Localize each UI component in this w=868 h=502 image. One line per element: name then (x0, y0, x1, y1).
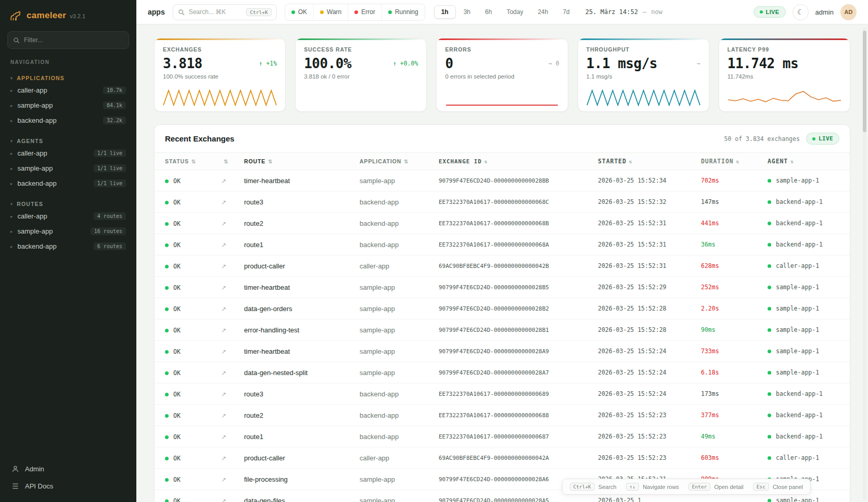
column-header-route[interactable]: ROUTE⇅ (239, 153, 354, 170)
section-header-agents[interactable]: ▾AGENTS (6, 136, 130, 146)
table-row[interactable]: OK↗timer-heartbeatsample-app90799F47E6CD… (155, 170, 850, 191)
sidebar-item-caller-app[interactable]: ▸caller-app10.7k (6, 83, 130, 98)
open-exchange-icon[interactable]: ↗ (221, 455, 226, 462)
table-row[interactable]: OK↗route1backend-appEE7322370A10617-0000… (155, 426, 850, 447)
section-header-routes[interactable]: ▾ROUTES (6, 199, 130, 209)
table-row[interactable]: OK↗route2backend-appEE7322370A10617-0000… (155, 405, 850, 426)
cell-open: ↗ (216, 490, 239, 502)
sidebar-item-admin[interactable]: Admin (7, 460, 129, 478)
sidebar-item-backend-app[interactable]: ▸backend-app6 routes (6, 239, 130, 254)
agent-name: backend-app-1 (776, 220, 823, 227)
column-header-app[interactable]: APPLICATION⇅ (354, 153, 433, 170)
open-exchange-icon[interactable]: ↗ (221, 476, 226, 483)
column-header-start[interactable]: STARTED⇅ (593, 153, 696, 170)
agent-status-dot-icon (768, 392, 771, 396)
sidebar-item-sample-app[interactable]: ▸sample-app1/1 live (6, 161, 130, 176)
global-search[interactable]: Ctrl+K (173, 4, 277, 20)
table-row[interactable]: OK↗data-gen-orderssample-app90799F47E6CD… (155, 298, 850, 319)
sidebar-item-sample-app[interactable]: ▸sample-app16 routes (6, 224, 130, 239)
sidebar-item-api-docs[interactable]: API Docs (7, 478, 129, 495)
filter-chip-running[interactable]: Running (382, 4, 425, 20)
avatar[interactable]: AD (840, 4, 857, 20)
status-text: OK (173, 177, 181, 185)
open-exchange-icon[interactable]: ↗ (221, 327, 226, 334)
agent-name: backend-app-1 (776, 411, 823, 419)
date-range[interactable]: 25. März 14:52 — now (585, 8, 662, 16)
table-row[interactable]: OK↗timer-heartbeatsample-app90799F47E6CD… (155, 277, 850, 298)
open-exchange-icon[interactable]: ↗ (221, 177, 226, 185)
section-header-applications[interactable]: ▾APPLICATIONS (6, 73, 130, 83)
cell-exchange-id: EE7322370A10617-000000000000068C (433, 191, 593, 213)
sort-icon[interactable]: ⇅ (629, 159, 633, 164)
stat-card-value-row: 11.742 ms (727, 56, 841, 71)
open-exchange-icon[interactable]: ↗ (221, 348, 226, 355)
open-exchange-icon[interactable]: ↗ (221, 369, 226, 377)
search-input[interactable] (189, 8, 242, 16)
table-row[interactable]: OK↗route3backend-appEE7322370A10617-0000… (155, 383, 850, 405)
filter-input[interactable] (24, 36, 123, 44)
open-exchange-icon[interactable]: ↗ (221, 263, 226, 270)
sidebar-item-caller-app[interactable]: ▸caller-app1/1 live (6, 146, 130, 161)
table-row[interactable]: OK↗route2backend-appEE7322370A10617-0000… (155, 213, 850, 234)
column-header-agent[interactable]: AGENT⇅ (762, 153, 850, 170)
table-row[interactable]: OK↗route3backend-appEE7322370A10617-0000… (155, 191, 850, 213)
time-range-1h[interactable]: 1h (434, 5, 456, 19)
sort-icon[interactable]: ⇅ (736, 159, 740, 164)
dark-mode-toggle[interactable]: ☾ (793, 4, 809, 20)
table-row[interactable]: OK↗route1backend-appEE7322370A10617-0000… (155, 234, 850, 255)
table-row[interactable]: OK↗product-callercaller-app69AC90BF8EBC4… (155, 255, 850, 277)
column-header-dur[interactable]: DURATION⇅ (696, 153, 762, 170)
cell-duration: 628ms (696, 255, 762, 277)
cell-status: OK (155, 234, 216, 255)
open-exchange-icon[interactable]: ↗ (221, 220, 226, 227)
sort-icon[interactable]: ⇅ (484, 159, 488, 164)
stat-card-delta: ↑ +1% (256, 60, 277, 67)
sidebar-item-caller-app[interactable]: ▸caller-app4 routes (6, 209, 130, 224)
sort-icon[interactable]: ⇅ (404, 159, 409, 164)
chevron-down-icon: ▾ (10, 76, 13, 81)
time-range-24h[interactable]: 24h (531, 6, 555, 18)
sort-icon[interactable]: ⇅ (268, 159, 273, 164)
time-range-6h[interactable]: 6h (478, 6, 499, 18)
sidebar-item-badge: 1/1 live (94, 164, 126, 172)
filter-chip-error[interactable]: Error (348, 4, 382, 20)
table-row[interactable]: OK↗data-gen-nested-splitsample-app90799F… (155, 362, 850, 383)
sidebar-filter[interactable] (7, 31, 129, 49)
cell-route: product-caller (239, 447, 354, 469)
column-header-status[interactable]: STATUS⇅ (155, 153, 216, 170)
sort-icon[interactable]: ⇅ (790, 159, 794, 164)
sort-icon[interactable]: ⇅ (192, 159, 196, 164)
cell-agent: caller-app-1 (762, 255, 850, 277)
scrollbar-track[interactable] (863, 28, 866, 500)
table-row[interactable]: OK↗product-callercaller-app69AC90BF8EBC4… (155, 447, 850, 469)
app-root: cameleer v3.2.1 NAVIGATION ▾APPLICATIONS… (0, 0, 868, 502)
sidebar-item-backend-app[interactable]: ▸backend-app32.2k (6, 113, 130, 128)
filter-chip-warn[interactable]: Warn (314, 4, 348, 20)
scrollbar-thumb[interactable] (863, 31, 866, 132)
open-exchange-icon[interactable]: ↗ (221, 199, 226, 206)
sort-icon[interactable]: ⇅ (224, 159, 228, 164)
live-dot-icon (760, 10, 763, 14)
column-header-open[interactable]: ⇅ (216, 153, 239, 170)
column-header-id[interactable]: EXCHANGE ID⇅ (433, 153, 593, 170)
open-exchange-icon[interactable]: ↗ (221, 241, 226, 249)
open-exchange-icon[interactable]: ↗ (221, 497, 226, 502)
time-range-7d[interactable]: 7d (556, 6, 576, 18)
open-exchange-icon[interactable]: ↗ (221, 412, 226, 419)
table-row[interactable]: OK↗error-handling-testsample-app90799F47… (155, 319, 850, 341)
table-live-badge[interactable]: LIVE (806, 133, 839, 145)
time-range-today[interactable]: Today (500, 6, 530, 18)
time-range-3h[interactable]: 3h (457, 6, 477, 18)
cell-status: OK (155, 213, 216, 234)
agent-status-dot-icon (768, 328, 771, 332)
live-badge[interactable]: LIVE (754, 6, 786, 18)
table-row[interactable]: OK↗timer-heartbeatsample-app90799F47E6CD… (155, 341, 850, 362)
open-exchange-icon[interactable]: ↗ (221, 433, 226, 441)
sidebar-item-backend-app[interactable]: ▸backend-app1/1 live (6, 176, 130, 191)
stat-card-value-row: 100.0%↑ +0.0% (304, 56, 418, 71)
open-exchange-icon[interactable]: ↗ (221, 284, 226, 291)
filter-chip-ok[interactable]: OK (285, 4, 314, 20)
sidebar-item-sample-app[interactable]: ▸sample-app84.1k (6, 98, 130, 113)
open-exchange-icon[interactable]: ↗ (221, 391, 226, 398)
open-exchange-icon[interactable]: ↗ (221, 305, 226, 313)
